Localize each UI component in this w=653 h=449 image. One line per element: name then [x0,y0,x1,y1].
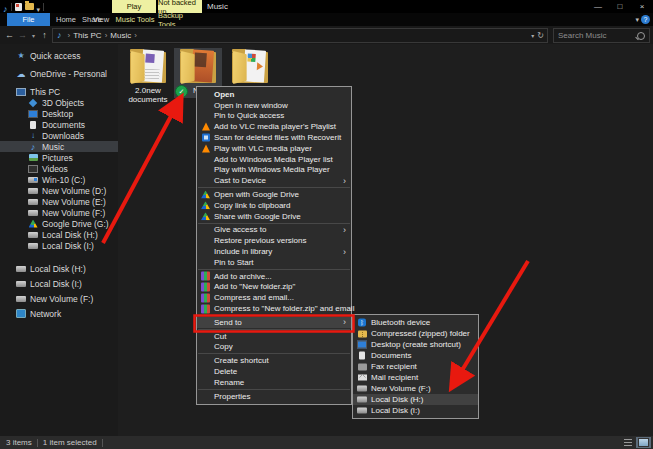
menu-item-add-wmp-list[interactable]: Add to Windows Media Player list [197,154,351,165]
menu-item-send-to[interactable]: Send to [197,317,351,328]
sidebar-item-videos[interactable]: Videos [0,163,118,174]
menu-item-compress-email[interactable]: Compress and email... [197,292,351,303]
sidebar-item-this-pc[interactable]: This PC [0,86,118,97]
submenu-item-mail[interactable]: Mail recipient [353,372,478,383]
menu-item-restore-versions[interactable]: Restore previous versions [197,235,351,246]
submenu-item-new-volume-f[interactable]: New Volume (F:) [353,383,478,394]
tab-view[interactable]: View [94,13,108,26]
menu-item-pin-to-start[interactable]: Pin to Start [197,257,351,268]
cloud-icon [16,69,26,79]
recent-locations-chevron-icon[interactable]: ▾ [29,32,38,39]
sidebar-item-label: New Volume (F:) [30,294,93,304]
menu-item-add-to-archive[interactable]: Add to archive... [197,271,351,282]
up-button[interactable]: ↑ [38,30,51,40]
sidebar-item-documents[interactable]: Documents [0,119,118,130]
menu-item-delete[interactable]: Delete [197,366,351,377]
submenu-item-fax[interactable]: Fax recipient [353,361,478,372]
ribbon-expand-chevron-icon[interactable]: ▾ [635,13,639,26]
sidebar-item-desktop[interactable]: Desktop [0,108,118,119]
menu-item-open-google-drive[interactable]: Open with Google Drive [197,189,351,200]
sidebar-item-quick-access[interactable]: Quick access [0,50,118,61]
menu-item-label: Add to "New folder.zip" [214,282,295,291]
address-dropdown-chevron-icon[interactable] [531,31,534,40]
submenu-item-local-disk-h[interactable]: Local Disk (H:) [353,394,478,405]
tab-backup-tools[interactable]: Backup Tools [158,13,202,26]
address-bar[interactable]: This PC Music [52,28,548,43]
sidebar-item-local-disk-h[interactable]: Local Disk (H:) [0,229,118,240]
sidebar-item-win10-c[interactable]: Win-10 (C:) [0,174,118,185]
menu-item-scan-recoverit[interactable]: Scan for deleted files with Recoverit [197,132,351,143]
menu-item-label: Compress to "New folder.zip" and email [214,304,354,313]
menu-item-pin-quick-access[interactable]: Pin to Quick access [197,111,351,122]
refresh-icon[interactable] [537,31,544,40]
folder-tile-2.0new-documents[interactable]: 2.0new documents [124,48,172,104]
close-button[interactable]: × [631,0,653,13]
sidebar-item-google-drive-g[interactable]: Google Drive (G:) [0,218,118,229]
sidebar-item-local-disk-h-root[interactable]: Local Disk (H:) [0,263,118,274]
computer-icon [16,88,26,96]
tab-music-tools[interactable]: Music Tools [114,13,156,26]
large-icons-view-button[interactable] [636,437,651,448]
breadcrumb-this-pc[interactable]: This PC [73,31,101,40]
menu-item-rename[interactable]: Rename [197,377,351,388]
menu-item-cast-to-device[interactable]: Cast to Device [197,175,351,186]
sidebar-item-new-volume-f-root[interactable]: New Volume (F:) [0,293,118,304]
menu-item-open[interactable]: Open [197,89,351,100]
back-button[interactable]: ← [3,30,16,40]
sidebar-item-pictures[interactable]: Pictures [0,152,118,163]
submenu-item-local-disk-i[interactable]: Local Disk (I:) [353,405,478,416]
menu-item-label: Pin to Quick access [214,111,284,120]
search-input[interactable] [554,31,637,40]
contextual-label-text: Play [127,2,142,11]
tab-file[interactable]: File [7,13,50,26]
window-title: Music [207,0,228,13]
breadcrumb-music[interactable]: Music [110,31,131,40]
sidebar-item-downloads[interactable]: Downloads [0,130,118,141]
menu-item-give-access[interactable]: Give access to [197,225,351,236]
new-folder-icon[interactable] [25,3,34,10]
sidebar-item-3d-objects[interactable]: 3D Objects [0,97,118,108]
forward-button[interactable]: → [16,30,29,40]
drive-icon [28,210,38,216]
menu-item-copy[interactable]: Copy [197,342,351,353]
tab-home[interactable]: Home [54,13,78,26]
submenu-item-documents[interactable]: Documents [353,350,478,361]
help-icon[interactable]: ? [641,15,650,24]
menu-item-open-new-window[interactable]: Open in new window [197,100,351,111]
properties-icon[interactable] [15,3,22,11]
sidebar-item-label: Win-10 (C:) [42,175,85,185]
search-icon[interactable] [637,32,645,40]
menu-item-compress-zip-email[interactable]: Compress to "New folder.zip" and email [197,303,351,314]
folder-tile-third[interactable] [226,48,274,86]
minimize-button[interactable]: — [587,0,609,13]
menu-item-play-wmp[interactable]: Play with Windows Media Player [197,165,351,176]
selection-count: 1 item selected [43,438,97,447]
menu-item-cut[interactable]: Cut [197,331,351,342]
sidebar-item-local-disk-i-root[interactable]: Local Disk (I:) [0,278,118,289]
mail-icon [358,375,367,381]
google-drive-icon [201,191,210,199]
sidebar-item-new-volume-d[interactable]: New Volume (D:) [0,185,118,196]
menu-item-copy-link[interactable]: Copy link to clipboard [197,200,351,211]
menu-item-share-google-drive[interactable]: Share with Google Drive [197,211,351,222]
sidebar-item-network[interactable]: Network [0,308,118,319]
menu-item-play-vlc[interactable]: Play with VLC media player [197,143,351,154]
submenu-item-zip-folder[interactable]: Compressed (zipped) folder [353,328,478,339]
tab-label: Music Tools [115,15,154,24]
sidebar-item-local-disk-i[interactable]: Local Disk (I:) [0,240,118,251]
menu-item-properties[interactable]: Properties [197,391,351,402]
sidebar-item-new-volume-e[interactable]: New Volume (E:) [0,196,118,207]
sidebar-item-music[interactable]: Music [0,141,118,152]
menu-item-add-vlc-playlist[interactable]: Add to VLC media player's Playlist [197,121,351,132]
menu-item-create-shortcut[interactable]: Create shortcut [197,355,351,366]
submenu-item-bluetooth[interactable]: Bluetooth device [353,317,478,328]
maximize-button[interactable]: □ [609,0,631,13]
sidebar-item-onedrive[interactable]: OneDrive - Personal [0,68,118,79]
menu-item-add-to-zip[interactable]: Add to "New folder.zip" [197,282,351,293]
sidebar-item-new-volume-f[interactable]: New Volume (F:) [0,207,118,218]
submenu-item-desktop-shortcut[interactable]: Desktop (create shortcut) [353,339,478,350]
details-view-button[interactable] [620,437,635,448]
menu-item-label: Add to archive... [214,272,272,281]
menu-item-include-in-library[interactable]: Include in library [197,246,351,257]
contextual-label-play[interactable]: Play [112,0,156,13]
